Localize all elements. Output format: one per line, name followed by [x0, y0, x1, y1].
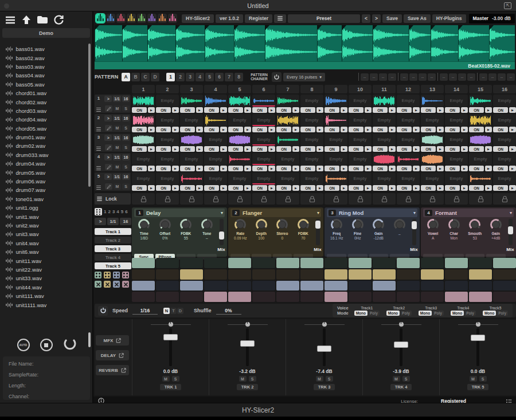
- fx-step-r4c6[interactable]: [252, 292, 275, 302]
- pattern-number-3[interactable]: 3: [186, 73, 194, 81]
- fx-step-r2c9[interactable]: [325, 269, 347, 280]
- row-solo-button[interactable]: S: [122, 105, 130, 112]
- slice-waveform[interactable]: Empty: [156, 95, 179, 107]
- slice-waveform[interactable]: Empty: [228, 172, 251, 185]
- mix-slider[interactable]: [220, 219, 224, 245]
- row-mute-button[interactable]: M: [114, 105, 121, 112]
- slice-on-button[interactable]: ON: [397, 146, 412, 152]
- slice-waveform[interactable]: Empty: [132, 153, 155, 165]
- pan-control[interactable]: [228, 321, 268, 327]
- slice-play-button[interactable]: ▶: [148, 127, 155, 132]
- slice-waveform[interactable]: [469, 95, 492, 107]
- fx-step-r4c3[interactable]: [180, 292, 203, 302]
- sample-slot-4[interactable]: [127, 14, 136, 23]
- mix-slider[interactable]: [412, 219, 416, 245]
- row-rate-button[interactable]: 1/1: [113, 96, 121, 102]
- pan-knob[interactable]: [322, 322, 327, 327]
- sample-slot-2[interactable]: [106, 14, 115, 23]
- slice-waveform[interactable]: Empty: [349, 95, 372, 107]
- slice-play-button[interactable]: ▶: [365, 107, 372, 113]
- channel-solo-button[interactable]: S: [172, 376, 179, 382]
- slice-waveform[interactable]: [132, 134, 155, 146]
- slice-play-button[interactable]: ▶: [268, 166, 275, 171]
- fx-step-r1c6[interactable]: [252, 258, 275, 268]
- fx-step-r4c15[interactable]: [469, 292, 492, 302]
- slice-waveform[interactable]: Empty: [156, 172, 179, 185]
- fx-step-r1c13[interactable]: [421, 258, 444, 268]
- knob-control[interactable]: [373, 219, 384, 230]
- knob-control[interactable]: [180, 219, 191, 230]
- fx-tab-1[interactable]: 1: [104, 209, 106, 214]
- slice-play-button[interactable]: ▶: [316, 107, 323, 113]
- fx-step-r3c5[interactable]: [228, 281, 251, 291]
- slice-play-button[interactable]: ▶: [413, 146, 420, 152]
- slice-waveform[interactable]: Empty: [421, 114, 444, 126]
- slice-on-button[interactable]: ON: [300, 166, 315, 171]
- randomize-dice-icon-2[interactable]: [104, 272, 111, 278]
- voice-option-mono[interactable]: Mono: [483, 311, 496, 316]
- chainer-slot[interactable]: --: [467, 73, 475, 81]
- hy-plugins-button[interactable]: HY-Plugins: [432, 14, 466, 23]
- mix-slider-handle[interactable]: [412, 221, 417, 229]
- waveform-canvas[interactable]: [95, 25, 515, 61]
- slice-waveform[interactable]: Empty: [180, 153, 203, 165]
- file-item[interactable]: unit4.wav: [6, 239, 93, 248]
- slice-play-button[interactable]: ▶: [196, 185, 203, 191]
- slice-on-button[interactable]: ON: [349, 146, 363, 152]
- slice-play-button[interactable]: ▶: [461, 146, 468, 152]
- slice-waveform[interactable]: Empty: [397, 95, 420, 107]
- fx-step-r4c5[interactable]: [228, 292, 251, 302]
- slice-waveform[interactable]: Empty: [493, 153, 516, 165]
- slice-on-button[interactable]: ON: [132, 146, 147, 152]
- knob-control[interactable]: [427, 219, 439, 230]
- slice-waveform[interactable]: [373, 95, 396, 107]
- fx-step-r2c10[interactable]: [349, 269, 372, 280]
- chainer-slot[interactable]: --: [507, 73, 515, 81]
- slice-waveform[interactable]: Empty: [373, 172, 396, 185]
- slice-waveform[interactable]: [132, 95, 155, 107]
- slice-waveform[interactable]: [469, 114, 492, 126]
- slice-play-button[interactable]: ▶: [413, 185, 420, 191]
- slice-play-button[interactable]: ▶: [172, 166, 179, 171]
- fx-step-r3c15[interactable]: [469, 281, 492, 291]
- slice-on-button[interactable]: ON: [469, 107, 484, 113]
- channel-mute-button[interactable]: M: [239, 376, 247, 382]
- slice-play-button[interactable]: ▶: [172, 107, 179, 113]
- chevron-down-icon[interactable]: ▾: [317, 210, 319, 215]
- window-control-icon[interactable]: [4, 3, 9, 9]
- knob-control[interactable]: [352, 219, 363, 230]
- fx-rate-button[interactable]: 1/1: [107, 218, 119, 225]
- slice-on-button[interactable]: ON: [325, 146, 339, 152]
- file-item[interactable]: chord03.wav: [6, 107, 93, 115]
- fx-track-3-button[interactable]: Track 3: [95, 245, 131, 252]
- slice-play-button[interactable]: ▶: [389, 166, 396, 171]
- fx-step-r2c5[interactable]: [228, 269, 251, 280]
- mix-slider-handle[interactable]: [508, 226, 513, 234]
- fx-step-r1c9[interactable]: [325, 258, 347, 268]
- fx-step-r2c14[interactable]: [445, 269, 468, 280]
- slice-play-button[interactable]: ▶: [437, 185, 444, 191]
- fx-step-r1c11[interactable]: [373, 258, 396, 268]
- slice-on-button[interactable]: ON: [493, 166, 508, 171]
- row-direction-button[interactable]: >: [104, 174, 112, 180]
- row-list-icon[interactable]: [96, 186, 101, 190]
- row-mute-button[interactable]: M: [114, 183, 121, 190]
- slice-on-button[interactable]: ON: [204, 185, 219, 191]
- row-direction-button[interactable]: >: [104, 154, 112, 160]
- row-edit-pencil-button[interactable]: [105, 105, 112, 112]
- row-direction-button[interactable]: >: [104, 96, 112, 102]
- slice-on-button[interactable]: ON: [445, 107, 460, 113]
- pattern-number-5[interactable]: 5: [205, 73, 214, 81]
- slice-waveform[interactable]: Empty: [276, 172, 299, 185]
- chevron-down-icon[interactable]: ▾: [413, 210, 416, 215]
- slice-on-button[interactable]: ON: [469, 146, 484, 152]
- slice-waveform[interactable]: Empty: [445, 95, 468, 107]
- file-item[interactable]: unit2.wav: [6, 221, 93, 230]
- fx-step-r2c2[interactable]: [156, 269, 179, 280]
- chainer-slot[interactable]: --: [458, 73, 466, 81]
- slice-waveform[interactable]: [421, 134, 444, 146]
- slice-on-button[interactable]: ON: [204, 127, 219, 132]
- sequence-power-button[interactable]: [98, 306, 108, 316]
- clear-x-icon-2[interactable]: [104, 281, 111, 288]
- slice-play-button[interactable]: ▶: [437, 107, 444, 113]
